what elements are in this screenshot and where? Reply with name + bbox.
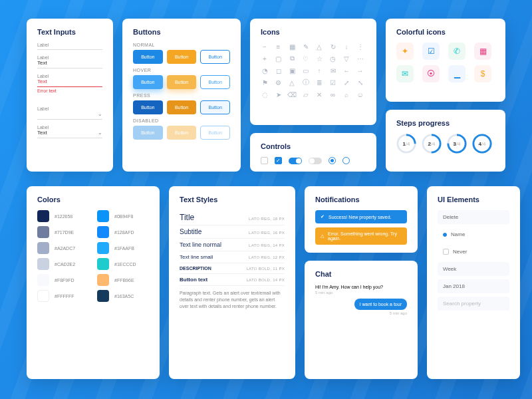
buttons-title: Buttons (133, 28, 230, 36)
step-4: 4/4 (472, 134, 492, 154)
back-icon: ← (342, 66, 350, 74)
steps-title: Steps progress (396, 119, 495, 127)
chat-card: Chat Hi! I'm Amy. How can I help you? 5 … (305, 261, 418, 379)
delete-item[interactable]: Delete (438, 210, 509, 224)
toggle-on[interactable] (289, 158, 302, 164)
notification-success[interactable]: ✔ Success! New property saved. (315, 210, 407, 223)
ui-elements-card: UI Elements Delete Name Never Week Jan 2… (427, 186, 520, 379)
calendar-icon: ▢ (275, 55, 283, 63)
date-item[interactable]: Jan 2018 (438, 279, 509, 293)
icons-card: Icons −≡▦✎△↻↓⋮ +▢⧉♡☆◷▽⋯ ◔◻▣▭↑✉←→ ⚑⚙△ⓘ≣☑⤢… (250, 19, 376, 125)
text-style-row: Text line normalLATO REG, 14 PX (180, 239, 285, 251)
radio-off[interactable] (342, 157, 350, 164)
upload-icon: ↑ (315, 66, 323, 74)
checkbox-on[interactable]: ✓ (275, 157, 282, 164)
radio-on[interactable] (329, 157, 336, 164)
close-icon: ✕ (315, 90, 323, 98)
mail-icon: ✉ (329, 66, 337, 74)
text-styles-title: Text Styles (180, 196, 285, 203)
icons-grid: −≡▦✎△↻↓⋮ +▢⧉♡☆◷▽⋯ ◔◻▣▭↑✉←→ ⚑⚙△ⓘ≣☑⤢⤡ ◌➤⌫▱… (261, 43, 366, 98)
button-primary-normal[interactable]: Button (133, 50, 163, 64)
swatch: #F8F9FD (37, 274, 89, 286)
select-item[interactable]: Week (438, 262, 509, 276)
minus-icon: − (261, 43, 269, 51)
list-icon: ≡ (275, 43, 283, 51)
button-primary-press[interactable]: Button (133, 100, 163, 114)
chat-reply[interactable]: I want to book a tour (354, 299, 407, 310)
input-error[interactable]: Label Text Error text (37, 74, 102, 93)
refresh-icon: ↻ (329, 43, 337, 51)
button-outline-disabled: Button (200, 126, 230, 140)
check-circle-icon: ✔ (321, 214, 325, 219)
search-input[interactable]: Search property (438, 297, 509, 311)
radio-dot-icon (443, 233, 447, 237)
dropdown-empty[interactable]: Label (37, 106, 102, 120)
bookmark-icon: ▽ (342, 55, 350, 63)
warning-icon: △ (321, 233, 324, 239)
input-empty[interactable]: Label (37, 43, 102, 50)
radio-item[interactable]: Name (438, 227, 509, 241)
warning-icon: △ (315, 43, 323, 51)
mail-icon[interactable]: ✉ (396, 65, 414, 82)
colors-card: Colors #122658#0B94F8#717D9E#128AFD#A2AD… (27, 186, 160, 379)
expand-icon: ⤢ (342, 78, 350, 86)
notification-error[interactable]: △ Error. Something went wrong. Try again… (315, 227, 407, 245)
calendar-icon[interactable]: ▦ (474, 43, 491, 60)
lock-icon: ◻ (275, 66, 283, 74)
text-style-row: Text line smallLATO REG, 12 PX (180, 251, 285, 263)
collapse-icon: ⤡ (356, 78, 364, 86)
search-icon: ⌕ (342, 90, 350, 98)
money-icon[interactable]: $ (474, 65, 491, 82)
input-filled[interactable]: Label Text (37, 55, 102, 68)
text-inputs-title: Text Inputs (37, 28, 102, 36)
chat-greeting: Hi! I'm Amy. How can I help you? (315, 285, 407, 289)
text-inputs-card: Text Inputs Label Label Text Label Text … (27, 19, 113, 172)
colorful-icons-title: Colorful icons (396, 28, 495, 36)
button-primary-disabled: Button (133, 126, 163, 140)
menu-icon: ⋮ (356, 43, 364, 51)
text-style-row: DESCRIPTIONLATO BOLD, 11 PX (180, 263, 285, 274)
swatch: #1ECCCD (97, 258, 149, 270)
button-outline-press[interactable]: Button (200, 100, 230, 114)
bell-icon: ◔ (261, 66, 269, 74)
heart-icon: ♡ (302, 55, 310, 63)
image-icon: ▣ (288, 66, 296, 74)
chart-icon[interactable]: ▁ (448, 65, 466, 82)
grid-icon: ▦ (288, 43, 296, 51)
info-icon: ⓘ (302, 78, 310, 86)
checkbox-item[interactable]: Never (438, 245, 509, 259)
checkbox-off[interactable] (261, 157, 268, 164)
calendar-check-icon[interactable]: ☑ (422, 43, 440, 60)
check-icon: ☑ (329, 78, 337, 86)
plus-icon: + (261, 55, 269, 63)
swatch: #717D9E (37, 226, 89, 238)
step-2: 2/4 (422, 134, 442, 154)
text-style-row: Button textLATO BOLD, 14 PX (180, 274, 285, 286)
location-icon[interactable]: ⦿ (422, 65, 440, 82)
paragraph-text: Paragraph text. Gets an alert over text/… (180, 290, 285, 309)
toggle-off[interactable] (309, 158, 322, 164)
button-warn-press[interactable]: Button (167, 100, 197, 114)
swatch: #128AFD (97, 226, 149, 238)
button-outline-normal[interactable]: Button (200, 50, 230, 64)
swatch: #1FAAFB (97, 242, 149, 254)
dropdown-filled[interactable]: Label Text (37, 125, 102, 138)
button-outline-hover[interactable]: Button (200, 75, 230, 89)
checkbox-icon (443, 249, 449, 255)
swatch: #FFB96E (97, 274, 149, 286)
phone-icon[interactable]: ✆ (448, 43, 466, 60)
chat-title: Chat (315, 270, 407, 278)
button-warn-hover[interactable]: Button (167, 75, 197, 89)
edit-icon: ✎ (302, 43, 310, 51)
forward-icon: → (356, 66, 364, 74)
trash-icon: ⌫ (288, 90, 296, 98)
button-warn-normal[interactable]: Button (167, 50, 197, 64)
notifications-title: Notifications (315, 196, 407, 203)
star-icon: ☆ (315, 55, 323, 63)
ui-elements-title: UI Elements (438, 196, 509, 203)
clock-icon: ◷ (329, 55, 337, 63)
button-primary-hover[interactable]: Button (133, 75, 163, 89)
text-style-row: SubtitleLATO REG, 16 PX (180, 225, 285, 239)
puzzle-icon[interactable]: ✦ (396, 43, 414, 60)
step-3: 3/4 (447, 134, 467, 154)
